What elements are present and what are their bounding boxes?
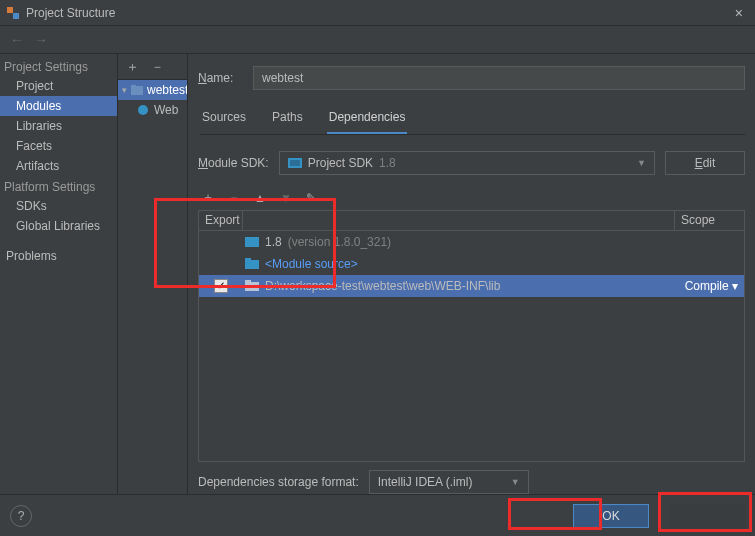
sidebar-item-sdks[interactable]: SDKs — [0, 196, 117, 216]
folder-icon — [245, 280, 259, 291]
module-tree: ＋ － ▾ webtest Web — [118, 54, 188, 494]
dep-edit-icon[interactable]: ✎ — [306, 191, 316, 205]
sidebar-item-project[interactable]: Project — [0, 76, 117, 96]
secondary-button[interactable] — [669, 504, 745, 528]
chevron-down-icon: ▼ — [637, 158, 646, 168]
tree-add-icon[interactable]: ＋ — [126, 58, 139, 76]
tree-root[interactable]: ▾ webtest — [118, 80, 187, 100]
svg-rect-8 — [245, 237, 259, 247]
sidebar-group-project: Project Settings — [0, 56, 117, 76]
window-title: Project Structure — [26, 6, 729, 20]
sidebar-item-facets[interactable]: Facets — [0, 136, 117, 156]
storage-label: Dependencies storage format: — [198, 475, 359, 489]
app-icon — [6, 6, 20, 20]
dep-add-icon[interactable]: ＋ — [202, 189, 214, 206]
storage-value: IntelliJ IDEA (.iml) — [378, 475, 473, 489]
svg-rect-9 — [245, 260, 259, 269]
dep-lib-scope[interactable]: Compile ▾ — [674, 279, 744, 293]
module-sdk-select[interactable]: Project SDK 1.8 ▼ — [279, 151, 655, 175]
svg-rect-11 — [245, 282, 259, 291]
dep-remove-icon[interactable]: － — [228, 189, 240, 206]
export-header: Export — [199, 211, 243, 230]
dep-up-icon[interactable]: ▲ — [254, 191, 266, 205]
tree-root-label: webtest — [147, 83, 187, 97]
module-name-input[interactable] — [253, 66, 745, 90]
export-checkbox[interactable]: ✓ — [214, 279, 228, 293]
svg-rect-2 — [13, 13, 19, 19]
main-panel: Name: Sources Paths Dependencies Module … — [188, 54, 755, 494]
sidebar-item-modules[interactable]: Modules — [0, 96, 117, 116]
close-icon[interactable]: × — [729, 5, 749, 21]
sidebar-item-global-libraries[interactable]: Global Libraries — [0, 216, 117, 236]
module-sdk-label: Module SDK: — [198, 156, 269, 170]
nav-forward-icon[interactable]: → — [34, 32, 48, 48]
sdk-version: 1.8 — [379, 156, 396, 170]
dependency-list: 1.8 (version 1.8.0_321) <Module source> … — [198, 231, 745, 462]
web-icon — [138, 105, 150, 115]
tab-paths[interactable]: Paths — [270, 106, 305, 134]
name-label: Name: — [198, 71, 253, 85]
dep-sdk-ver: (version 1.8.0_321) — [288, 235, 391, 249]
dep-lib-path: D:\workspace-test\webtest\web\WEB-INF\li… — [265, 279, 500, 293]
scope-header: Scope — [674, 211, 744, 230]
sdk-icon — [245, 236, 259, 248]
sidebar-group-platform: Platform Settings — [0, 176, 117, 196]
svg-rect-4 — [131, 85, 136, 88]
sidebar-item-artifacts[interactable]: Artifacts — [0, 156, 117, 176]
dep-row-source[interactable]: <Module source> — [199, 253, 744, 275]
tab-sources[interactable]: Sources — [200, 106, 248, 134]
tree-remove-icon[interactable]: － — [151, 58, 164, 76]
edit-sdk-button[interactable]: Edit — [665, 151, 745, 175]
dep-row-sdk[interactable]: 1.8 (version 1.8.0_321) — [199, 231, 744, 253]
nav-back-icon[interactable]: ← — [10, 32, 24, 48]
svg-rect-12 — [245, 280, 251, 283]
tree-child-label: Web — [154, 103, 178, 117]
help-button[interactable]: ? — [10, 505, 32, 527]
svg-rect-7 — [290, 160, 300, 166]
svg-rect-10 — [245, 258, 251, 261]
sidebar-item-problems[interactable]: Problems — [0, 246, 117, 266]
dep-row-lib[interactable]: ✓ D:\workspace-test\webtest\web\WEB-INF\… — [199, 275, 744, 297]
tree-child-web[interactable]: Web — [118, 100, 187, 120]
sdk-icon — [288, 157, 302, 169]
sdk-value: Project SDK — [308, 156, 373, 170]
svg-point-5 — [138, 105, 148, 115]
svg-rect-1 — [7, 7, 13, 13]
folder-icon — [131, 85, 143, 95]
sidebar-item-libraries[interactable]: Libraries — [0, 116, 117, 136]
ok-button[interactable]: OK — [573, 504, 649, 528]
storage-format-select[interactable]: IntelliJ IDEA (.iml) ▼ — [369, 470, 529, 494]
dep-sdk-label: 1.8 — [265, 235, 282, 249]
tab-dependencies[interactable]: Dependencies — [327, 106, 408, 134]
source-folder-icon — [245, 258, 259, 269]
chevron-down-icon: ▼ — [511, 477, 520, 487]
dep-down-icon[interactable]: ▼ — [280, 191, 292, 205]
chevron-down-icon: ▾ — [122, 85, 127, 95]
settings-sidebar: Project Settings Project Modules Librari… — [0, 54, 118, 494]
dep-source-label: <Module source> — [265, 257, 358, 271]
